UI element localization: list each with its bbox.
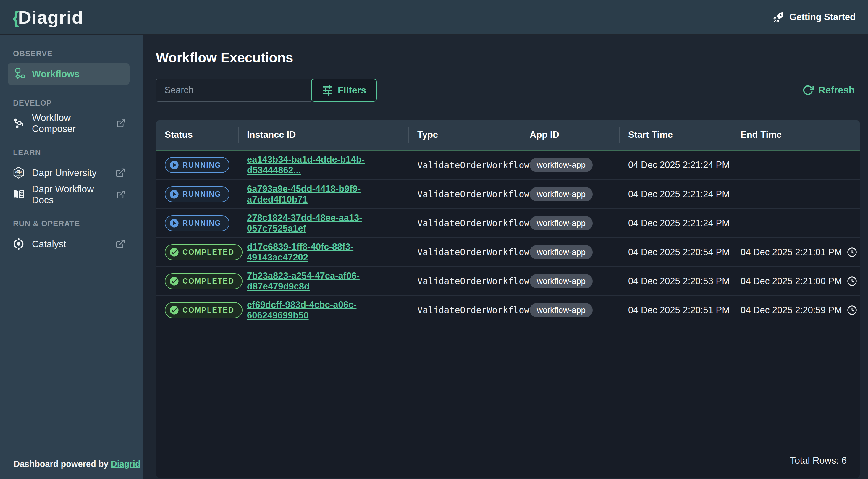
sidebar-item-catalyst[interactable]: Catalyst: [0, 233, 143, 255]
sidebar-section-observe: OBSERVE: [13, 49, 143, 58]
clock-icon: [847, 276, 857, 287]
play-circle-icon: [169, 160, 179, 170]
sidebar-item-dapr-workflow-docs[interactable]: Dapr Workflow Docs: [0, 184, 143, 205]
instance-id-link[interactable]: 7b23a823-a254-47ea-af06-d87e479d9c8d: [247, 270, 408, 292]
workflow-type: ValidateOrderWorkflow: [417, 189, 529, 199]
sidebar-item-label: Workflows: [32, 69, 80, 79]
status-badge: COMPLETED: [165, 302, 243, 318]
sidebar-item-workflows[interactable]: Workflows: [8, 63, 129, 85]
app-id-badge: workflow-app: [530, 303, 593, 317]
app-id-badge: workflow-app: [530, 245, 593, 259]
app-id-badge: workflow-app: [530, 158, 593, 172]
instance-id-link[interactable]: d17c6839-1ff8-40fc-88f3-49143ac47202: [247, 242, 408, 263]
workflow-icon: [12, 68, 25, 80]
sidebar-item-label: Workflow Composer: [32, 113, 109, 134]
table-row: COMPLETED ef69dcff-983d-4cbc-a06c-606249…: [156, 295, 860, 324]
column-header-end-time: End Time: [732, 120, 860, 150]
sidebar-item-dapr-university[interactable]: dapr University Dapr University: [0, 162, 143, 184]
check-circle-icon: [169, 306, 179, 315]
start-time: 04 Dec 2025 2:20:51 PM: [628, 305, 730, 316]
svg-text:University: University: [16, 175, 22, 176]
diagrid-dashboard: { Diagrid Getting Started OBSERVE Workf: [0, 0, 868, 479]
start-time: 04 Dec 2025 2:20:54 PM: [628, 247, 730, 258]
refresh-button[interactable]: Refresh: [802, 85, 860, 96]
status-label: RUNNING: [183, 190, 221, 198]
book-icon: [12, 188, 25, 201]
play-circle-icon: [169, 219, 179, 228]
composer-icon: [12, 117, 25, 129]
table-row: RUNNING 6a793a9e-45dd-4418-b9f9-a7ded4f1…: [156, 180, 860, 209]
workflow-type: ValidateOrderWorkflow: [417, 305, 529, 315]
catalyst-icon: [12, 238, 25, 250]
sidebar-section-learn: LEARN: [13, 148, 143, 157]
filters-label: Filters: [338, 85, 366, 96]
instance-id-link[interactable]: 278c1824-37dd-48ee-aa13-057c7525a1ef: [247, 213, 408, 234]
table-row: COMPLETED d17c6839-1ff8-40fc-88f3-49143a…: [156, 237, 860, 266]
status-badge: RUNNING: [165, 186, 229, 202]
search-group: Filters: [156, 78, 377, 102]
table-body: RUNNING ea143b34-ba1d-4dde-b14b-d5344486…: [156, 151, 860, 324]
sidebar-section-run-operate: RUN & OPERATE: [13, 219, 143, 228]
refresh-label: Refresh: [818, 85, 855, 96]
workflow-type: ValidateOrderWorkflow: [417, 160, 529, 170]
external-link-icon: [116, 190, 125, 199]
status-badge: COMPLETED: [165, 273, 243, 289]
getting-started-button[interactable]: Getting Started: [773, 11, 856, 23]
page-title: Workflow Executions: [156, 50, 860, 66]
instance-id-link[interactable]: ea143b34-ba1d-4dde-b14b-d53444862...: [247, 154, 408, 175]
search-input[interactable]: [156, 78, 311, 102]
total-rows-label: Total Rows: 6: [790, 455, 847, 466]
dapr-university-icon: dapr University: [12, 166, 25, 179]
logo-text: Diagrid: [18, 7, 84, 28]
app-id-badge: workflow-app: [530, 187, 593, 201]
status-label: RUNNING: [183, 219, 221, 227]
diagrid-footer-link[interactable]: Diagrid: [111, 459, 141, 469]
table-footer: Total Rows: 6: [156, 443, 860, 478]
column-header-type: Type: [408, 120, 521, 150]
instance-id-link[interactable]: ef69dcff-983d-4cbc-a06c-606249699b50: [247, 299, 408, 321]
column-header-start-time: Start Time: [619, 120, 732, 150]
check-circle-icon: [169, 277, 179, 286]
top-header-bar: { Diagrid Getting Started: [0, 0, 868, 35]
table-header-row: Status Instance ID Type App ID Start Tim…: [156, 120, 860, 151]
sidebar: OBSERVE Workflows DEVELOP Workflow Compo…: [0, 35, 143, 479]
play-circle-icon: [169, 190, 179, 199]
start-time: 04 Dec 2025 2:21:24 PM: [628, 189, 730, 199]
table-row: RUNNING ea143b34-ba1d-4dde-b14b-d5344486…: [156, 151, 860, 180]
refresh-icon: [802, 85, 814, 96]
start-time: 04 Dec 2025 2:20:53 PM: [628, 276, 730, 287]
status-badge: COMPLETED: [165, 244, 243, 260]
external-link-icon: [115, 239, 125, 249]
status-label: COMPLETED: [183, 277, 234, 285]
start-time: 04 Dec 2025 2:21:24 PM: [628, 218, 730, 229]
workflow-executions-table: Status Instance ID Type App ID Start Tim…: [156, 120, 860, 478]
filters-button[interactable]: Filters: [311, 78, 377, 102]
external-link-icon: [116, 118, 125, 128]
workflow-type: ValidateOrderWorkflow: [417, 247, 529, 257]
start-time: 04 Dec 2025 2:21:24 PM: [628, 160, 730, 170]
app-id-badge: workflow-app: [530, 274, 593, 288]
diagrid-logo: { Diagrid: [12, 7, 84, 28]
workflow-type: ValidateOrderWorkflow: [417, 276, 529, 286]
sidebar-item-label: Dapr Workflow Docs: [32, 184, 109, 205]
sidebar-item-workflow-composer[interactable]: Workflow Composer: [0, 113, 143, 134]
end-time: 04 Dec 2025 2:20:59 PM: [741, 305, 842, 316]
status-label: COMPLETED: [183, 248, 234, 256]
sidebar-item-label: Catalyst: [32, 238, 66, 250]
table-row: COMPLETED 7b23a823-a254-47ea-af06-d87e47…: [156, 266, 860, 295]
sidebar-footer: Dashboard powered by Diagrid: [0, 449, 143, 479]
toolbar: Filters Refresh: [156, 78, 860, 102]
column-header-app-id: App ID: [521, 120, 619, 150]
clock-icon: [847, 247, 857, 258]
getting-started-label: Getting Started: [789, 12, 856, 23]
column-header-instance-id: Instance ID: [238, 120, 408, 150]
external-link-icon: [115, 168, 125, 178]
instance-id-link[interactable]: 6a793a9e-45dd-4418-b9f9-a7ded4f10b71: [247, 184, 408, 205]
main-content: Workflow Executions Filters: [143, 35, 868, 479]
end-time: 04 Dec 2025 2:21:01 PM: [741, 247, 842, 258]
status-label: COMPLETED: [183, 306, 234, 314]
table-row: RUNNING 278c1824-37dd-48ee-aa13-057c7525…: [156, 209, 860, 237]
rocket-icon: [773, 11, 784, 23]
clock-icon: [847, 305, 857, 316]
status-label: RUNNING: [183, 161, 221, 169]
